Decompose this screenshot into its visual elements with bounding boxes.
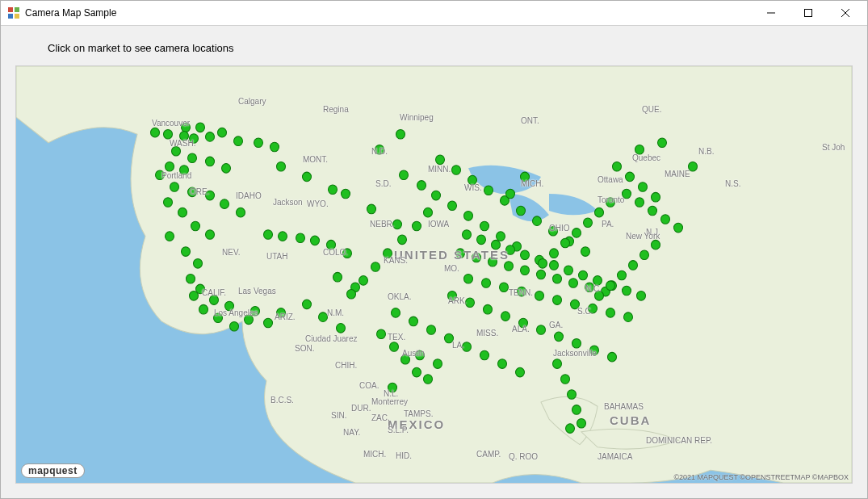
camera-marker[interactable] [652, 192, 660, 202]
camera-marker[interactable] [589, 304, 598, 313]
camera-marker[interactable] [463, 230, 472, 240]
camera-marker[interactable] [608, 352, 617, 362]
camera-marker[interactable] [482, 279, 491, 288]
camera-marker[interactable] [652, 240, 660, 250]
camera-marker[interactable] [413, 221, 421, 231]
camera-marker[interactable] [187, 274, 195, 283]
camera-marker[interactable] [549, 227, 558, 237]
camera-marker[interactable] [585, 283, 594, 292]
camera-marker[interactable] [500, 283, 509, 292]
camera-marker[interactable] [218, 128, 227, 137]
camera-marker[interactable] [521, 266, 530, 275]
camera-marker[interactable] [640, 250, 649, 260]
camera-marker[interactable] [392, 308, 400, 318]
camera-marker[interactable] [245, 315, 254, 325]
camera-marker[interactable] [303, 300, 312, 309]
camera-marker[interactable] [506, 245, 515, 255]
camera-marker[interactable] [182, 123, 191, 132]
camera-marker[interactable] [342, 189, 350, 199]
camera-marker[interactable] [206, 132, 215, 142]
camera-marker[interactable] [359, 276, 368, 286]
camera-marker[interactable] [327, 240, 336, 250]
camera-marker[interactable] [434, 359, 442, 369]
camera-marker[interactable] [388, 383, 397, 392]
camera-marker[interactable] [264, 230, 273, 240]
camera-marker[interactable] [537, 270, 546, 279]
camera-marker[interactable] [553, 359, 562, 369]
camera-marker[interactable] [296, 233, 305, 243]
camera-marker[interactable] [623, 189, 631, 199]
camera-marker[interactable] [409, 317, 418, 326]
camera-marker[interactable] [581, 247, 590, 257]
camera-marker[interactable] [251, 306, 260, 316]
camera-marker[interactable] [577, 418, 586, 428]
camera-marker[interactable] [180, 132, 189, 141]
camera-marker[interactable] [196, 123, 205, 132]
camera-marker[interactable] [572, 339, 581, 349]
camera-marker[interactable] [553, 274, 562, 283]
camera-marker[interactable] [424, 208, 433, 217]
camera-marker[interactable] [618, 270, 627, 280]
camera-marker[interactable] [635, 198, 644, 208]
camera-marker[interactable] [343, 249, 352, 258]
camera-marker[interactable] [584, 218, 593, 228]
camera-marker[interactable] [384, 249, 392, 258]
camera-marker[interactable] [398, 235, 407, 245]
camera-marker[interactable] [270, 142, 279, 152]
camera-marker[interactable] [206, 157, 215, 166]
camera-marker[interactable] [371, 262, 380, 272]
camera-marker[interactable] [156, 170, 165, 180]
camera-marker[interactable] [277, 161, 286, 171]
camera-marker[interactable] [377, 329, 386, 339]
camera-marker[interactable] [190, 134, 199, 144]
camera-marker[interactable] [199, 304, 208, 314]
camera-marker[interactable] [518, 287, 526, 296]
camera-marker[interactable] [480, 221, 489, 231]
maximize-button[interactable] [790, 1, 827, 25]
camera-marker[interactable] [550, 261, 559, 270]
camera-marker[interactable] [230, 321, 239, 331]
camera-marker[interactable] [180, 166, 189, 175]
camera-marker[interactable] [225, 301, 234, 311]
camera-marker[interactable] [568, 390, 577, 400]
map[interactable]: UNITED STATESMEXICOCUBAVancouverCalgaryR… [15, 65, 853, 484]
camera-marker[interactable] [661, 215, 670, 224]
camera-marker[interactable] [550, 249, 559, 258]
camera-marker[interactable] [151, 128, 160, 137]
camera-marker[interactable] [623, 286, 631, 296]
camera-marker[interactable] [498, 359, 507, 369]
camera-marker[interactable] [468, 175, 477, 185]
camera-marker[interactable] [497, 232, 505, 241]
camera-marker[interactable] [347, 289, 356, 299]
camera-marker[interactable] [375, 145, 384, 154]
camera-marker[interactable] [519, 318, 528, 328]
camera-marker[interactable] [539, 259, 547, 269]
camera-marker[interactable] [166, 161, 174, 171]
camera-marker[interactable] [477, 235, 486, 245]
camera-marker[interactable] [311, 236, 320, 245]
camera-marker[interactable] [492, 240, 501, 250]
camera-marker[interactable] [579, 270, 588, 280]
camera-marker[interactable] [648, 206, 657, 216]
camera-marker[interactable] [553, 296, 562, 305]
minimize-button[interactable] [753, 1, 790, 25]
camera-marker[interactable] [590, 346, 599, 355]
camera-marker[interactable] [593, 276, 602, 286]
camera-marker[interactable] [214, 313, 223, 323]
camera-marker[interactable] [658, 138, 667, 148]
camera-marker[interactable] [190, 291, 199, 301]
camera-marker[interactable] [535, 291, 544, 301]
camera-marker[interactable] [188, 187, 197, 197]
camera-marker[interactable] [417, 181, 426, 191]
camera-marker[interactable] [222, 164, 231, 174]
camera-marker[interactable] [569, 279, 578, 288]
camera-marker[interactable] [472, 253, 481, 262]
camera-marker[interactable] [637, 291, 646, 301]
camera-marker[interactable] [234, 136, 243, 146]
camera-marker[interactable] [521, 250, 530, 260]
camera-marker[interactable] [432, 191, 441, 200]
camera-marker[interactable] [277, 308, 286, 318]
camera-marker[interactable] [194, 259, 203, 269]
camera-marker[interactable] [279, 232, 287, 241]
camera-marker[interactable] [448, 291, 457, 301]
